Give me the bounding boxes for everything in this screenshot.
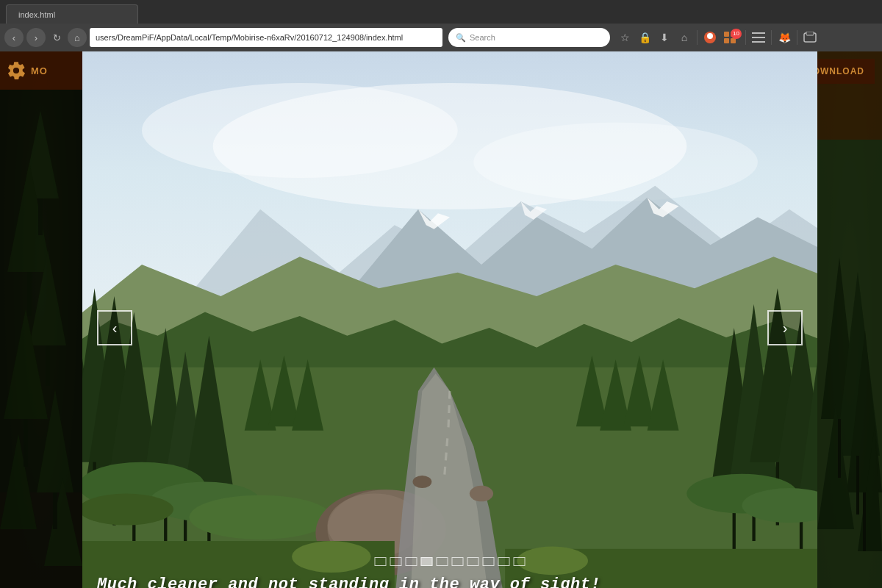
svg-rect-2	[724, 32, 729, 37]
svg-rect-5	[731, 38, 736, 43]
caption-text: Much cleaner and not standing in the way…	[97, 576, 600, 588]
svg-point-27	[142, 83, 458, 178]
badge-button: 10	[721, 29, 742, 46]
dot-10[interactable]	[514, 557, 526, 566]
svg-point-82	[413, 476, 432, 488]
dot-8[interactable]	[483, 557, 495, 566]
svg-rect-23	[24, 419, 28, 467]
app-name: MO	[31, 65, 48, 76]
dot-5[interactable]	[437, 557, 448, 566]
svg-point-28	[473, 123, 758, 201]
landscape-svg	[82, 51, 817, 588]
bookmark-button[interactable]: ☆	[616, 29, 634, 46]
sidebar-forest-right	[817, 51, 882, 588]
svg-rect-95	[838, 419, 841, 478]
svg-point-81	[470, 486, 493, 501]
separator-3	[771, 30, 772, 45]
home-nav-button[interactable]: ⌂	[675, 29, 693, 46]
download-button[interactable]: DOWNLOAD	[817, 59, 875, 84]
download-label: DOWNLOAD	[817, 66, 864, 76]
reload-button[interactable]: ↻	[49, 29, 65, 46]
svg-point-85	[292, 541, 370, 573]
svg-point-1	[707, 33, 713, 39]
svg-rect-10	[806, 32, 814, 35]
address-text: users/DreamPiF/AppData/Local/Temp/Mobiri…	[96, 33, 403, 42]
separator-4	[797, 30, 797, 45]
address-bar[interactable]: users/DreamPiF/AppData/Local/Temp/Mobiri…	[90, 28, 442, 47]
dot-9[interactable]	[498, 557, 510, 566]
svg-point-86	[517, 547, 588, 576]
toolbar-icons: ☆ 🔒 ⬇ ⌂ 10 🦊	[616, 29, 819, 46]
extra-button-2[interactable]	[801, 29, 819, 46]
svg-rect-6	[752, 32, 765, 34]
slider-prev-button[interactable]: ‹	[97, 310, 132, 345]
svg-rect-96	[856, 456, 859, 514]
sidebar-right: DOWNLOAD	[817, 51, 882, 588]
gear-icon	[6, 60, 26, 81]
search-placeholder: Search	[470, 33, 495, 42]
download-nav-button[interactable]: ⬇	[656, 29, 673, 46]
dot-4[interactable]	[421, 557, 433, 566]
svg-line-79	[448, 391, 450, 431]
next-icon: ›	[783, 320, 788, 337]
separator-1	[697, 30, 698, 45]
slider-main: ‹ › Much cleaner and not standing in the…	[82, 51, 817, 588]
tab-title: index.html	[18, 10, 55, 19]
svg-rect-4	[724, 38, 729, 43]
svg-rect-24	[53, 492, 57, 529]
sidebar-left: MO	[0, 51, 82, 588]
slider-next-button[interactable]: ›	[767, 310, 803, 345]
lock-button[interactable]: 🔒	[636, 29, 653, 46]
search-bar[interactable]: 🔍 Search	[448, 28, 610, 47]
svg-rect-20	[38, 198, 43, 235]
slider-dots	[375, 557, 526, 566]
svg-rect-7	[752, 37, 765, 38]
dot-6[interactable]	[452, 557, 464, 566]
extra-button-1[interactable]: 🦊	[775, 29, 793, 46]
svg-point-70	[82, 494, 173, 526]
app-container: MO	[0, 51, 882, 588]
svg-point-71	[189, 495, 331, 539]
browser-tabs: index.html	[0, 0, 882, 24]
dot-3[interactable]	[406, 557, 417, 566]
search-icon: 🔍	[456, 33, 466, 43]
dot-1[interactable]	[375, 557, 387, 566]
forward-button[interactable]: ›	[26, 28, 46, 47]
badge-count: 10	[731, 29, 742, 39]
browser-toolbar: ‹ › ↻ ⌂ users/DreamPiF/AppData/Local/Tem…	[0, 24, 882, 51]
menu-button[interactable]	[750, 29, 767, 46]
svg-rect-8	[752, 41, 765, 43]
home-button[interactable]: ⌂	[68, 28, 87, 47]
duck-button[interactable]	[701, 29, 719, 46]
dot-7[interactable]	[467, 557, 479, 566]
slider-image	[82, 51, 817, 588]
browser-tab[interactable]: index.html	[6, 4, 138, 24]
browser-chrome: index.html ‹ › ↻ ⌂ users/DreamPiF/AppDat…	[0, 0, 882, 51]
svg-rect-21	[27, 272, 32, 316]
svg-rect-22	[46, 345, 50, 386]
svg-rect-97	[863, 492, 866, 551]
separator-2	[745, 30, 746, 45]
sidebar-forest-left	[0, 51, 82, 588]
dot-2[interactable]	[390, 557, 402, 566]
prev-icon: ‹	[112, 320, 118, 337]
slider-caption: Much cleaner and not standing in the way…	[82, 576, 817, 588]
app-header: MO	[0, 51, 82, 90]
back-button[interactable]: ‹	[4, 28, 24, 47]
